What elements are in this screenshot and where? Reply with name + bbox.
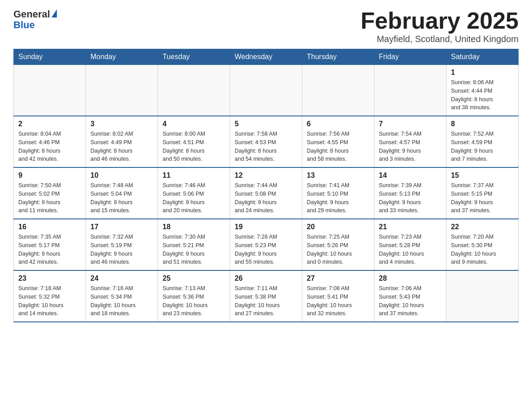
weekday-header-monday: Monday: [86, 49, 158, 65]
calendar-cell: 10Sunrise: 7:48 AM Sunset: 5:04 PM Dayli…: [86, 167, 158, 219]
calendar-cell: 3Sunrise: 8:02 AM Sunset: 4:49 PM Daylig…: [86, 116, 158, 167]
calendar-cell: 14Sunrise: 7:39 AM Sunset: 5:13 PM Dayli…: [374, 167, 446, 219]
day-info: Sunrise: 7:39 AM Sunset: 5:13 PM Dayligh…: [379, 181, 442, 215]
day-info: Sunrise: 7:32 AM Sunset: 5:19 PM Dayligh…: [90, 233, 153, 266]
day-number: 21: [379, 223, 442, 231]
month-title: February 2025: [360, 9, 519, 32]
calendar-cell: 12Sunrise: 7:44 AM Sunset: 5:08 PM Dayli…: [230, 167, 302, 219]
day-info: Sunrise: 8:06 AM Sunset: 4:44 PM Dayligh…: [451, 78, 514, 112]
calendar-cell: 4Sunrise: 8:00 AM Sunset: 4:51 PM Daylig…: [158, 116, 230, 167]
day-number: 2: [18, 120, 81, 128]
day-number: 24: [90, 274, 153, 283]
day-info: Sunrise: 7:28 AM Sunset: 5:23 PM Dayligh…: [235, 233, 297, 266]
title-block: February 2025 Mayfield, Scotland, United…: [360, 9, 519, 44]
calendar-cell: 5Sunrise: 7:58 AM Sunset: 4:53 PM Daylig…: [230, 116, 302, 167]
logo-general-text: General: [13, 9, 50, 20]
day-info: Sunrise: 7:41 AM Sunset: 5:10 PM Dayligh…: [307, 181, 369, 215]
calendar-cell: 2Sunrise: 8:04 AM Sunset: 4:46 PM Daylig…: [14, 116, 86, 167]
calendar-cell: 21Sunrise: 7:23 AM Sunset: 5:28 PM Dayli…: [374, 219, 446, 270]
day-info: Sunrise: 7:11 AM Sunset: 5:38 PM Dayligh…: [235, 284, 297, 318]
calendar-cell: 26Sunrise: 7:11 AM Sunset: 5:38 PM Dayli…: [230, 270, 302, 322]
calendar-cell: 8Sunrise: 7:52 AM Sunset: 4:59 PM Daylig…: [446, 116, 519, 167]
calendar-cell: 15Sunrise: 7:37 AM Sunset: 5:15 PM Dayli…: [446, 167, 519, 219]
day-info: Sunrise: 7:08 AM Sunset: 5:41 PM Dayligh…: [307, 284, 369, 318]
calendar-cell: 25Sunrise: 7:13 AM Sunset: 5:36 PM Dayli…: [158, 270, 230, 322]
day-number: 20: [307, 223, 369, 231]
day-info: Sunrise: 7:23 AM Sunset: 5:28 PM Dayligh…: [379, 233, 442, 266]
day-number: 18: [163, 223, 225, 231]
day-info: Sunrise: 7:35 AM Sunset: 5:17 PM Dayligh…: [18, 233, 81, 266]
day-number: 8: [451, 120, 514, 128]
calendar-cell: 19Sunrise: 7:28 AM Sunset: 5:23 PM Dayli…: [230, 219, 302, 270]
calendar-cell: 7Sunrise: 7:54 AM Sunset: 4:57 PM Daylig…: [374, 116, 446, 167]
calendar-cell: 24Sunrise: 7:16 AM Sunset: 5:34 PM Dayli…: [86, 270, 158, 322]
day-info: Sunrise: 7:48 AM Sunset: 5:04 PM Dayligh…: [90, 181, 153, 215]
calendar-cell: 13Sunrise: 7:41 AM Sunset: 5:10 PM Dayli…: [302, 167, 374, 219]
calendar-cell: 28Sunrise: 7:06 AM Sunset: 5:43 PM Dayli…: [374, 270, 446, 322]
weekday-header-friday: Friday: [374, 49, 446, 65]
calendar-cell: 23Sunrise: 7:18 AM Sunset: 5:32 PM Dayli…: [14, 270, 86, 322]
calendar-cell: [158, 65, 230, 116]
calendar-cell: [14, 65, 86, 116]
day-number: 11: [163, 171, 225, 180]
calendar-cell: 17Sunrise: 7:32 AM Sunset: 5:19 PM Dayli…: [86, 219, 158, 270]
day-number: 23: [18, 274, 81, 283]
day-info: Sunrise: 7:37 AM Sunset: 5:15 PM Dayligh…: [451, 181, 514, 215]
logo: General Blue: [13, 9, 57, 30]
calendar-cell: [230, 65, 302, 116]
day-number: 1: [451, 68, 514, 77]
day-number: 3: [90, 120, 153, 128]
day-info: Sunrise: 7:18 AM Sunset: 5:32 PM Dayligh…: [18, 284, 81, 318]
weekday-header-wednesday: Wednesday: [230, 49, 302, 65]
day-info: Sunrise: 7:44 AM Sunset: 5:08 PM Dayligh…: [235, 181, 297, 215]
day-number: 9: [18, 171, 81, 180]
calendar-cell: 22Sunrise: 7:20 AM Sunset: 5:30 PM Dayli…: [446, 219, 519, 270]
day-number: 14: [379, 171, 442, 180]
weekday-header-tuesday: Tuesday: [158, 49, 230, 65]
day-info: Sunrise: 7:50 AM Sunset: 5:02 PM Dayligh…: [18, 181, 81, 215]
day-number: 25: [163, 274, 225, 283]
weekday-header-row: SundayMondayTuesdayWednesdayThursdayFrid…: [14, 49, 519, 65]
page-header: General Blue February 2025 Mayfield, Sco…: [13, 9, 519, 44]
calendar-cell: 9Sunrise: 7:50 AM Sunset: 5:02 PM Daylig…: [14, 167, 86, 219]
day-number: 16: [18, 223, 81, 231]
location-text: Mayfield, Scotland, United Kingdom: [360, 34, 519, 44]
day-info: Sunrise: 7:52 AM Sunset: 4:59 PM Dayligh…: [451, 130, 514, 163]
day-info: Sunrise: 8:02 AM Sunset: 4:49 PM Dayligh…: [90, 130, 153, 163]
day-number: 5: [235, 120, 297, 128]
day-info: Sunrise: 7:30 AM Sunset: 5:21 PM Dayligh…: [163, 233, 225, 266]
day-info: Sunrise: 7:54 AM Sunset: 4:57 PM Dayligh…: [379, 130, 442, 163]
day-info: Sunrise: 7:25 AM Sunset: 5:26 PM Dayligh…: [307, 233, 369, 266]
calendar-cell: [302, 65, 374, 116]
day-info: Sunrise: 7:46 AM Sunset: 5:06 PM Dayligh…: [163, 181, 225, 215]
calendar-cell: [374, 65, 446, 116]
day-info: Sunrise: 7:06 AM Sunset: 5:43 PM Dayligh…: [379, 284, 442, 318]
calendar-cell: [446, 270, 519, 322]
calendar-week-4: 16Sunrise: 7:35 AM Sunset: 5:17 PM Dayli…: [14, 219, 519, 270]
day-number: 15: [451, 171, 514, 180]
calendar-cell: 16Sunrise: 7:35 AM Sunset: 5:17 PM Dayli…: [14, 219, 86, 270]
day-number: 28: [379, 274, 442, 283]
day-number: 22: [451, 223, 514, 231]
calendar-cell: 20Sunrise: 7:25 AM Sunset: 5:26 PM Dayli…: [302, 219, 374, 270]
calendar-cell: [86, 65, 158, 116]
calendar-cell: 1Sunrise: 8:06 AM Sunset: 4:44 PM Daylig…: [446, 65, 519, 116]
day-info: Sunrise: 8:04 AM Sunset: 4:46 PM Dayligh…: [18, 130, 81, 163]
day-info: Sunrise: 7:20 AM Sunset: 5:30 PM Dayligh…: [451, 233, 514, 266]
weekday-header-saturday: Saturday: [446, 49, 519, 65]
calendar-week-3: 9Sunrise: 7:50 AM Sunset: 5:02 PM Daylig…: [14, 167, 519, 219]
calendar-week-2: 2Sunrise: 8:04 AM Sunset: 4:46 PM Daylig…: [14, 116, 519, 167]
logo-triangle-icon: [51, 9, 57, 17]
day-info: Sunrise: 8:00 AM Sunset: 4:51 PM Dayligh…: [163, 130, 225, 163]
day-number: 26: [235, 274, 297, 283]
calendar-table: SundayMondayTuesdayWednesdayThursdayFrid…: [13, 49, 519, 322]
day-number: 4: [163, 120, 225, 128]
day-info: Sunrise: 7:16 AM Sunset: 5:34 PM Dayligh…: [90, 284, 153, 318]
calendar-cell: 11Sunrise: 7:46 AM Sunset: 5:06 PM Dayli…: [158, 167, 230, 219]
day-info: Sunrise: 7:56 AM Sunset: 4:55 PM Dayligh…: [307, 130, 369, 163]
day-number: 27: [307, 274, 369, 283]
calendar-cell: 18Sunrise: 7:30 AM Sunset: 5:21 PM Dayli…: [158, 219, 230, 270]
calendar-week-5: 23Sunrise: 7:18 AM Sunset: 5:32 PM Dayli…: [14, 270, 519, 322]
day-number: 6: [307, 120, 369, 128]
day-number: 12: [235, 171, 297, 180]
